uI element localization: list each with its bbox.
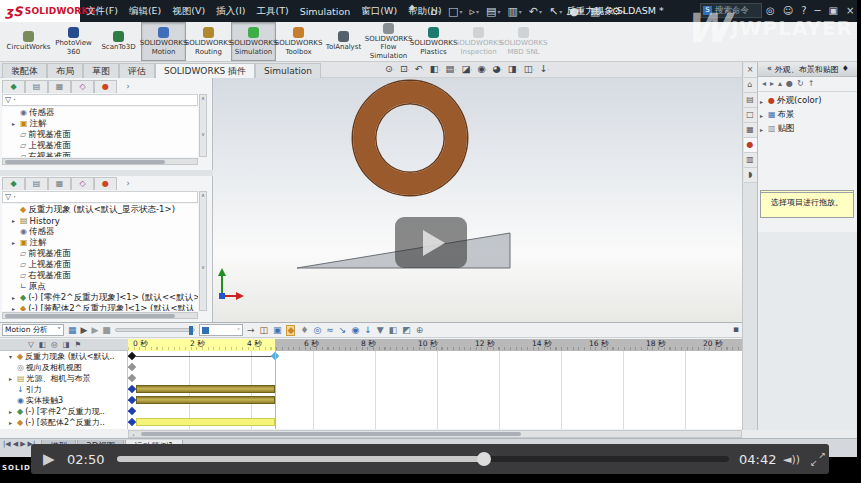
file-explorer-icon[interactable]: □ [744, 108, 757, 123]
tree-item[interactable]: ▱ 上视基准面 [2, 140, 198, 151]
custom-properties-icon[interactable]: ▥ [744, 153, 757, 168]
graphics-viewport[interactable] [213, 78, 742, 322]
filter-selected-icon[interactable]: ◩ [402, 326, 411, 335]
motion-tree-item[interactable]: ▸ ◆ (-) [零件2^反重力现.. [0, 406, 127, 417]
expand-arrow-icon[interactable]: ▸ [760, 98, 766, 105]
timeline-row[interactable] [128, 417, 742, 428]
view-orientation-icon[interactable]: ▤· [446, 63, 457, 74]
command-tab[interactable]: SOLIDWORKS 插件 [155, 63, 255, 78]
tree-item[interactable]: ▸ ▣ 注解 [2, 118, 198, 129]
gravity-icon[interactable]: ↓ [364, 326, 372, 335]
3d-drawing-view-icon[interactable]: ↓· [540, 63, 550, 74]
solidworks-motion-button[interactable]: SOLIDWORKS Motion [141, 22, 186, 61]
displaymanager-tab[interactable]: ● [94, 177, 117, 190]
collapse-pane-icon[interactable]: « [767, 65, 772, 73]
design-library-icon[interactable]: ▤ [744, 93, 757, 108]
menu-item[interactable]: 视图(V) [172, 5, 205, 18]
propertymanager-tab[interactable]: ▤ [25, 177, 48, 190]
video-play-button[interactable] [395, 217, 467, 268]
save-icon[interactable]: ▤▾ [486, 6, 500, 17]
menu-item[interactable]: 编辑(E) [129, 5, 161, 18]
filter-flag-icon[interactable]: ⚑ [75, 341, 82, 349]
view-settings-icon[interactable]: ◫· [524, 63, 535, 74]
print-icon[interactable]: ▥▾ [507, 6, 521, 17]
timeline-row[interactable] [128, 395, 742, 406]
filter-animated-icon[interactable]: ◧ [389, 326, 398, 335]
circuitworks-button[interactable]: CircuitWorks [6, 22, 51, 61]
motion-tree-item[interactable]: ▸ ▤ 光源、相机与布景 [0, 373, 127, 384]
slider-thumb[interactable] [189, 326, 193, 335]
collapse-motionmanager-icon[interactable]: ▪ [733, 325, 739, 334]
expand-arrow-icon[interactable]: ▸ [12, 305, 18, 311]
home-pane-icon[interactable]: ⌂ [744, 78, 757, 93]
tree-item[interactable]: ▸ ◆ (-) [装配体2^反重力现象]<1> (默认<默认_显示状态- [2, 303, 198, 311]
featuremanager-tab[interactable]: ◆ [2, 80, 25, 93]
tab-overflow-icon[interactable]: › [122, 177, 134, 190]
solidworks-toolbox-button[interactable]: SOLIDWORKS Toolbox [276, 22, 321, 61]
tolanalyst-button[interactable]: TolAnalyst [321, 22, 366, 61]
command-tab[interactable]: 布局 [47, 63, 83, 78]
add-key-icon[interactable]: ♦ [300, 326, 308, 335]
filter-results2-icon[interactable]: ◨ [62, 341, 69, 349]
tree-item[interactable]: ▸ ▤ History [2, 215, 198, 226]
tree-item[interactable]: ▱ 右视基准面 [2, 151, 198, 157]
playback-speed-select[interactable]: ˅ [199, 324, 243, 336]
motion-tree-item[interactable]: ↓ 引力 [0, 384, 127, 395]
dimxpertmanager-tab[interactable]: ◇ [71, 177, 94, 190]
expand-arrow-icon[interactable]: ▸ [9, 375, 15, 382]
solidworks-inspection-button[interactable]: SOLIDWORKS Inspection [456, 22, 501, 61]
expand-arrow-icon[interactable]: ▸ [760, 112, 766, 119]
display-style-icon[interactable]: ◪· [461, 63, 472, 74]
vertical-scrollbar[interactable]: ∧∨ [199, 191, 207, 311]
scanto3d-button[interactable]: ScanTo3D [96, 22, 141, 61]
configurationmanager-tab[interactable]: ▦ [48, 177, 71, 190]
photoview-360-button[interactable]: PhotoView 360 [51, 22, 96, 61]
panel-splitter[interactable] [0, 170, 213, 176]
expand-arrow-icon[interactable]: ▾ [9, 353, 15, 360]
keypoint-icon[interactable] [128, 385, 136, 393]
tree-item[interactable]: ▱ 前视基准面 [2, 248, 198, 259]
section-view-icon[interactable]: ◧· [430, 63, 441, 74]
menu-item[interactable]: Simulation [300, 6, 351, 17]
play-from-start-icon[interactable]: ▶ [81, 326, 88, 335]
keypoint-icon[interactable] [128, 418, 136, 426]
pin-up-icon[interactable]: ↑ [808, 80, 815, 88]
pin-pane-icon[interactable]: ♦ [842, 65, 849, 73]
filter-drive-icon[interactable]: ◧ [39, 341, 46, 349]
forward-icon[interactable]: ▸ [770, 80, 774, 88]
player-progress-bar[interactable] [117, 456, 729, 462]
keypoint-icon[interactable] [128, 407, 136, 415]
solidworks-flow-simulation-button[interactable]: SOLIDWORKS Flow Simulation [366, 22, 411, 61]
force-icon[interactable]: ↘ [339, 326, 347, 335]
appearances-pane-icon[interactable]: ● [744, 138, 757, 153]
tree-item[interactable]: ▱ 前视基准面 [2, 129, 198, 140]
expand-arrow-icon[interactable]: ▸ [12, 294, 18, 301]
new-document-icon[interactable]: □▾ [448, 6, 462, 17]
expand-arrow-icon[interactable]: ▸ [12, 239, 18, 246]
progress-knob[interactable] [477, 452, 491, 466]
view-palette-icon[interactable]: ▦ [744, 123, 757, 138]
up-folder-icon[interactable]: ▴ [778, 80, 782, 88]
study-type-select[interactable]: Motion 分析˅ [2, 324, 64, 336]
solidworks-plastics-button[interactable]: SOLIDWORKS Plastics [411, 22, 456, 61]
timeline-row[interactable] [128, 406, 742, 417]
timebar-slider[interactable] [115, 328, 195, 332]
timeline-row[interactable] [128, 362, 742, 373]
motion-tree-item[interactable]: ▸ ◆ (-) [装配体2^反重力.. [0, 417, 127, 428]
solidworks-mbd-snl-button[interactable]: SOLIDWORKS MBD SNL [501, 22, 546, 61]
solidworks-routing-button[interactable]: SOLIDWORKS Routing [186, 22, 231, 61]
tree-item[interactable]: ▱ 上视基准面 [2, 259, 198, 270]
previous-view-icon[interactable]: ↶· [415, 63, 425, 74]
first-study-icon[interactable]: |◀ [3, 441, 11, 448]
displaymanager-tab[interactable]: ● [94, 80, 117, 93]
motion-tree-item[interactable]: ▾ ◆ 反重力现象 (默认<默认.. [0, 351, 127, 362]
timeline-bar[interactable] [135, 356, 272, 357]
zoom-fit-icon[interactable]: ⊙· [385, 63, 395, 74]
timeline-fit-icon[interactable]: ⊕ [416, 326, 424, 335]
timeline-row[interactable] [128, 384, 742, 395]
propertymanager-tab[interactable]: ▤ [25, 80, 48, 93]
command-tab[interactable]: 评估 [119, 63, 155, 78]
tree-item[interactable]: ▸ ◆ (-) [零件2^反重力现象]<1> (默认<<默认>_显示状态 [2, 292, 198, 303]
timeline-bar[interactable] [136, 418, 275, 426]
timeline-hscrollbar[interactable]: ‹ [128, 430, 742, 438]
